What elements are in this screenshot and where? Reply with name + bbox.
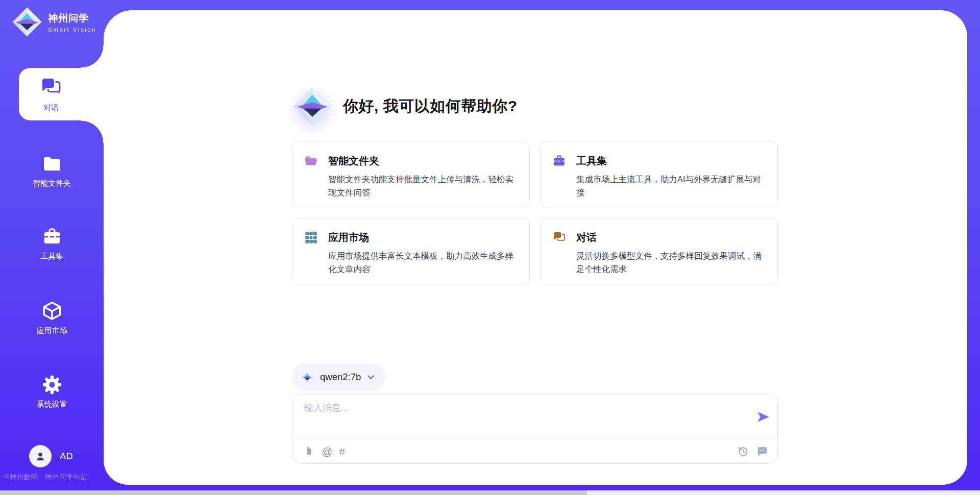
sidebar: 神州问学 Smart Vision 对话 智能文件夹 (0, 0, 104, 485)
app-grid-icon (304, 231, 318, 244)
message-input[interactable] (304, 402, 743, 430)
card-title: 工具集 (576, 154, 607, 168)
feedback-chat-button[interactable] (756, 445, 768, 457)
sidebar-item-smart-folder[interactable]: 智能文件夹 (0, 151, 104, 191)
card-app-market[interactable]: 应用市场 应用市场提供丰富长文本模板，助力高效生成多样化文章内容 (292, 218, 530, 285)
brand-logo: 神州问学 Smart Vision (11, 6, 96, 38)
composer-divider (292, 437, 777, 438)
card-smart-folder[interactable]: 智能文件夹 智能文件夹功能支持批量文件上传与清洗，轻松实现文件问答 (292, 141, 530, 208)
greeting-block: 你好, 我可以如何帮助你? (292, 83, 518, 129)
sidebar-item-chat[interactable]: 对话 (19, 68, 104, 120)
card-title: 对话 (576, 231, 597, 244)
brand-gem-icon (11, 6, 43, 38)
model-name: qwen2:7b (320, 372, 361, 383)
sidebar-item-label: 系统设置 (37, 400, 67, 409)
gear-icon (42, 375, 62, 395)
cube-icon (41, 300, 63, 321)
user-profile[interactable]: AD (0, 445, 104, 467)
main-panel: 你好, 我可以如何帮助你? 智能文件夹 智能文件夹功能支持批量文件上传与清洗，轻… (104, 10, 967, 485)
sidebar-item-settings[interactable]: 系统设置 (0, 372, 104, 412)
briefcase-icon (552, 154, 566, 168)
attach-file-button[interactable] (303, 445, 315, 457)
feature-cards: 智能文件夹 智能文件夹功能支持批量文件上传与清洗，轻松实现文件问答 工具集 集成… (292, 141, 778, 285)
brand-gem-icon (301, 371, 313, 383)
history-button[interactable] (737, 445, 749, 457)
card-chat[interactable]: 对话 灵活切换多模型文件，支持多样回复效果调试，满足个性化需求 (540, 218, 778, 285)
horizontal-scrollbar[interactable] (0, 490, 980, 495)
folder-open-icon (304, 154, 318, 168)
message-composer: @ # (292, 394, 778, 464)
card-description: 集成市场上主流工具，助力AI与外界无缝扩展与对接 (576, 172, 765, 200)
brand-gem-icon (292, 85, 333, 128)
send-icon[interactable] (756, 410, 770, 424)
mention-button[interactable]: @ (322, 446, 332, 457)
sidebar-item-label: 智能文件夹 (33, 179, 71, 188)
card-title: 应用市场 (328, 231, 369, 244)
sidebar-item-label: 工具集 (40, 252, 63, 261)
chat-icon (552, 231, 566, 244)
card-description: 应用市场提供丰富长文本模板，助力高效生成多样化文章内容 (328, 249, 517, 276)
model-selector[interactable]: qwen2:7b (292, 363, 385, 391)
card-description: 灵活切换多模型文件，支持多样回复效果调试，满足个性化需求 (576, 249, 765, 276)
brand-name: 神州问学 (48, 12, 96, 25)
chat-icon (40, 76, 62, 98)
topic-button[interactable]: # (339, 446, 345, 457)
avatar (29, 445, 52, 467)
page-title: 你好, 我可以如何帮助你? (343, 96, 518, 117)
sidebar-item-label: 应用市场 (37, 326, 67, 336)
sidebar-item-app-market[interactable]: 应用市场 (0, 298, 104, 338)
sidebar-item-toolset[interactable]: 工具集 (0, 224, 104, 264)
card-description: 智能文件夹功能支持批量文件上传与清洗，轻松实现文件问答 (328, 172, 517, 200)
brand-subtitle: Smart Vision (48, 27, 96, 33)
card-title: 智能文件夹 (328, 154, 379, 168)
folder-icon (42, 154, 62, 174)
user-initials: AD (60, 451, 73, 462)
footer-credit: ©神州数码 · 神州问学出品 (4, 473, 104, 482)
toolbox-icon (42, 227, 62, 247)
card-toolset[interactable]: 工具集 集成市场上主流工具，助力AI与外界无缝扩展与对接 (540, 141, 778, 208)
scrollbar-thumb[interactable] (0, 490, 587, 495)
chevron-down-icon (368, 375, 374, 380)
sidebar-item-label: 对话 (43, 103, 59, 113)
